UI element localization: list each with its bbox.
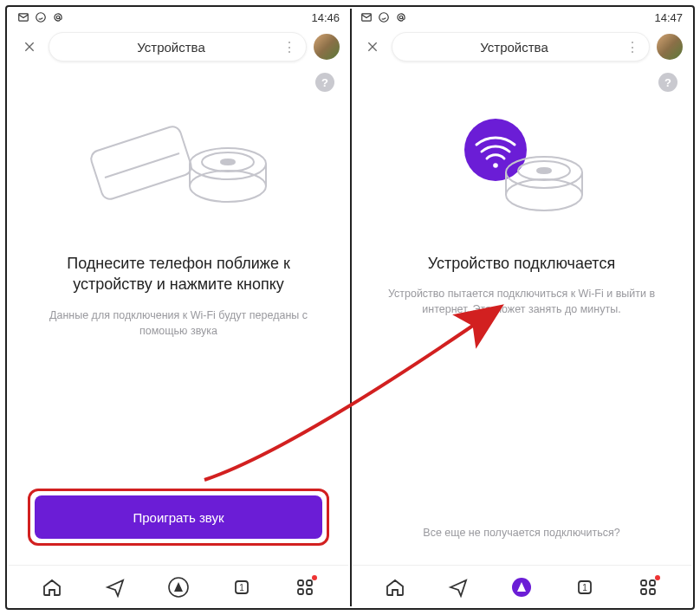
play-button-row: Проиграть звук	[28, 489, 329, 546]
play-sound-label: Проиграть звук	[133, 510, 224, 525]
page-subtext: Данные для подключения к Wi-Fi будут пер…	[28, 308, 329, 339]
status-icons-left	[360, 11, 407, 23]
header-pill[interactable]: Устройства ⋮	[392, 32, 650, 62]
menu-dots-icon[interactable]: ⋮	[625, 39, 638, 55]
screenshot-frame: 14:46 Устройства ⋮ ?	[5, 5, 695, 610]
page-heading: Поднесите телефон поближе к устройству и…	[28, 253, 329, 295]
mail-icon	[360, 11, 373, 23]
svg-point-19	[379, 13, 389, 23]
play-sound-button[interactable]: Проиграть звук	[35, 495, 322, 539]
notification-dot	[312, 575, 317, 580]
menu-dots-icon[interactable]: ⋮	[282, 39, 295, 55]
status-time: 14:46	[311, 11, 340, 24]
nav-send[interactable]	[443, 572, 474, 603]
nav-alice[interactable]	[506, 572, 537, 603]
home-icon	[42, 577, 62, 598]
alice-icon	[168, 577, 189, 598]
svg-rect-3	[89, 125, 194, 202]
page-heading: Устройство подключается	[371, 253, 672, 274]
help-icon: ?	[321, 76, 328, 89]
main-content: ?	[352, 66, 691, 565]
whatsapp-icon	[378, 11, 390, 23]
nav-apps[interactable]	[632, 572, 664, 603]
svg-rect-35	[650, 589, 655, 594]
svg-rect-15	[307, 580, 312, 586]
mail-icon	[17, 11, 29, 23]
at-icon	[395, 11, 407, 23]
close-button[interactable]	[360, 35, 385, 59]
at-icon	[52, 11, 64, 23]
svg-rect-16	[298, 589, 303, 594]
help-button[interactable]: ?	[315, 73, 334, 92]
svg-line-4	[105, 153, 179, 178]
highlight-box: Проиграть звук	[28, 489, 329, 546]
main-content: ? Под	[9, 66, 348, 565]
status-bar: 14:46	[9, 7, 348, 28]
header-title: Устройства	[60, 40, 282, 55]
nav-tabs[interactable]: 1	[569, 572, 600, 603]
svg-rect-17	[307, 589, 312, 594]
svg-text:1: 1	[239, 583, 244, 592]
svg-point-10	[221, 159, 235, 165]
svg-rect-32	[641, 580, 646, 586]
illustration-phone-speaker	[28, 104, 329, 234]
nav-tabs[interactable]: 1	[226, 572, 257, 603]
status-icons-left	[17, 11, 64, 23]
close-icon	[23, 40, 36, 54]
bottom-nav: 1	[352, 565, 691, 608]
phone-screen-right: 14:47 Устройства ⋮ ?	[352, 7, 691, 608]
help-button[interactable]: ?	[658, 73, 677, 92]
page-subtext: Устройство пытается подключиться к Wi-Fi…	[371, 286, 672, 317]
send-icon	[105, 577, 126, 598]
phone-screen-left: 14:46 Устройства ⋮ ?	[9, 7, 348, 608]
home-icon	[385, 577, 405, 598]
avatar[interactable]	[657, 34, 683, 60]
header-title: Устройства	[403, 40, 625, 55]
illustration-wifi-speaker	[371, 104, 672, 234]
app-header: Устройства ⋮	[9, 28, 348, 66]
svg-point-28	[537, 168, 551, 173]
avatar[interactable]	[314, 34, 340, 60]
close-button[interactable]	[17, 35, 42, 59]
status-time: 14:47	[654, 11, 683, 24]
nav-alice[interactable]	[163, 572, 194, 603]
tabs-icon: 1	[574, 577, 595, 598]
whatsapp-icon	[35, 11, 47, 23]
alice-icon-filled	[511, 577, 532, 598]
svg-rect-33	[650, 580, 655, 586]
bottom-nav: 1	[9, 565, 348, 608]
help-icon: ?	[664, 76, 671, 89]
svg-text:1: 1	[582, 583, 587, 592]
nav-send[interactable]	[100, 572, 131, 603]
nav-home[interactable]	[379, 572, 411, 603]
close-icon	[366, 40, 379, 54]
notification-dot	[655, 575, 660, 580]
status-bar: 14:47	[352, 7, 691, 28]
header-pill[interactable]: Устройства ⋮	[49, 32, 307, 62]
svg-point-1	[36, 13, 46, 23]
svg-rect-14	[298, 580, 303, 586]
nav-apps[interactable]	[289, 572, 321, 603]
send-icon	[448, 577, 469, 598]
tabs-icon: 1	[231, 577, 252, 598]
svg-rect-34	[641, 589, 646, 594]
troubleshoot-link[interactable]: Все еще не получается подключиться?	[371, 527, 672, 539]
nav-home[interactable]	[36, 572, 68, 603]
svg-point-22	[493, 163, 498, 168]
app-header: Устройства ⋮	[352, 28, 691, 66]
